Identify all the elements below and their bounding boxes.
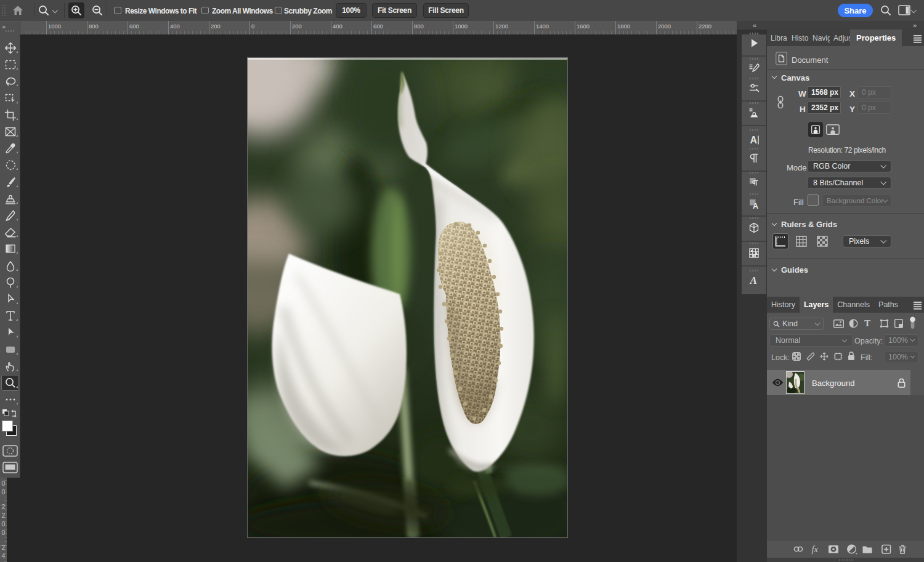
svg-text:A: A bbox=[750, 275, 757, 286]
svg-text:A: A bbox=[750, 135, 758, 145]
svg-text:A: A bbox=[753, 202, 758, 211]
svg-text:fx: fx bbox=[812, 544, 819, 554]
